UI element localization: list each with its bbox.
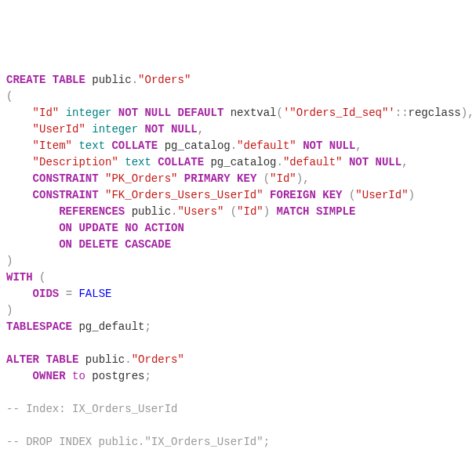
line-10: ON UPDATE NO ACTION	[6, 222, 184, 234]
line-4: "UserId" integer NOT NULL,	[6, 123, 204, 136]
line-2: (	[6, 90, 13, 103]
line-23: -- DROP INDEX public."IX_Orders_UserId";	[6, 436, 270, 448]
line-6: "Description" text COLLATE pg_catalog."d…	[6, 156, 409, 168]
line-5: "Item" text COLLATE pg_catalog."default"…	[6, 139, 362, 152]
line-21: -- Index: IX_Orders_UserId	[6, 403, 177, 415]
line-9: REFERENCES public."Users" ("Id") MATCH S…	[6, 205, 355, 218]
line-8: CONSTRAINT "FK_Orders_Users_UserId" FORE…	[6, 189, 415, 201]
line-12: )	[6, 255, 13, 267]
line-1: CREATE TABLE public."Orders"	[6, 74, 191, 86]
line-3: "Id" integer NOT NULL DEFAULT nextval('"…	[6, 107, 474, 119]
line-18: ALTER TABLE public."Orders"	[6, 353, 184, 366]
line-15: )	[6, 304, 13, 317]
line-7: CONSTRAINT "PK_Orders" PRIMARY KEY ("Id"…	[6, 172, 310, 185]
line-19: OWNER to postgres;	[6, 370, 151, 382]
line-13: WITH (	[6, 271, 45, 284]
line-14: OIDS = FALSE	[6, 288, 111, 300]
code-block: CREATE TABLE public."Orders" ( "Id" inte…	[6, 72, 470, 456]
line-16: TABLESPACE pg_default;	[6, 320, 151, 333]
line-11: ON DELETE CASCADE	[6, 238, 171, 251]
